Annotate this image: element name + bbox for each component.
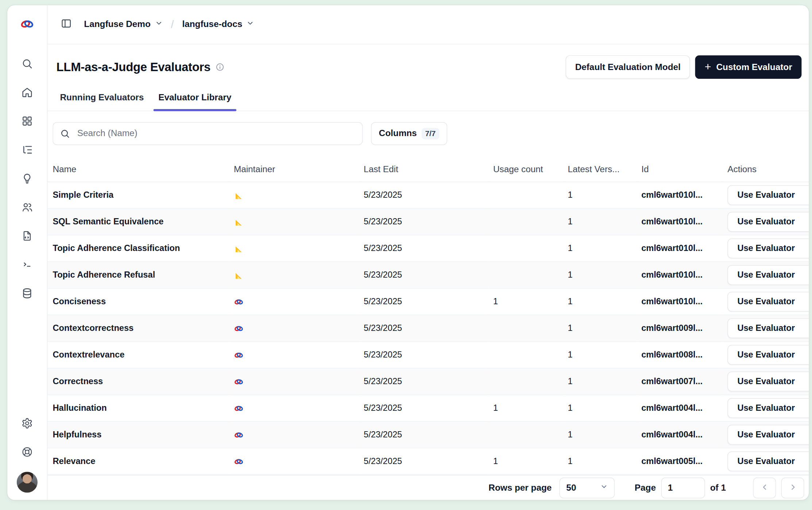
langfuse-icon [234,430,244,440]
usage-count: 1 [493,403,498,412]
columns-button[interactable]: Columns 7/7 [371,122,447,145]
table-row[interactable]: Contextcorrectness 5/23/2025 1 cml6wart0… [47,315,809,341]
usage-count: 1 [493,297,498,306]
table-row[interactable]: Topic Adherence Refusal 5/23/2025 1 cml6… [47,262,809,288]
column-header-last-edit: Last Edit [360,158,489,181]
sidebar-item-settings[interactable] [17,414,38,434]
search-icon [22,58,33,72]
use-evaluator-button[interactable]: Use Evaluator [727,451,809,471]
use-evaluator-button[interactable]: Use Evaluator [727,345,809,364]
last-edit: 5/23/2025 [364,323,402,333]
sidebar-item-support[interactable] [17,443,38,463]
terminal-icon [22,259,33,273]
chevron-right-icon [788,483,797,493]
ragas-icon [234,243,244,253]
chevron-down-icon [155,19,162,30]
sidebar-item-evaluation[interactable] [17,169,38,190]
latest-version: 1 [568,429,572,439]
evaluator-id: cml6wart005l... [641,456,703,465]
sidebar-item-prompts[interactable] [17,227,38,247]
page-number-input[interactable] [661,478,705,498]
last-edit: 5/23/2025 [364,297,402,306]
use-evaluator-button[interactable]: Use Evaluator [727,425,809,444]
column-header-id: Id [637,158,723,181]
sidebar-item-users[interactable] [17,198,38,219]
custom-evaluator-label: Custom Evaluator [716,62,792,73]
table-row[interactable]: Hallucination 5/23/2025 1 1 cml6wart004l… [47,395,809,421]
table-row[interactable]: Helpfulness 5/23/2025 1 cml6wart004l... … [47,421,809,448]
evaluator-table: Name Maintainer Last Edit Usage count La… [47,158,809,475]
sidebar-toggle-button[interactable] [56,14,77,35]
evaluator-id: cml6wart010l... [641,190,703,200]
list-tree-icon [22,144,33,158]
use-evaluator-button[interactable]: Use Evaluator [727,185,809,205]
table-row[interactable]: Contextrelevance 5/23/2025 1 cml6wart008… [47,341,809,368]
tab-evaluator-library[interactable]: Evaluator Library [153,89,237,111]
latest-version: 1 [568,190,572,200]
page-label: Page [635,483,656,493]
use-evaluator-button[interactable]: Use Evaluator [727,291,809,311]
use-evaluator-button[interactable]: Use Evaluator [727,265,809,285]
plus-icon: + [705,61,711,72]
last-edit: 5/23/2025 [364,376,402,386]
table-row[interactable]: SQL Semantic Equivalence 5/23/2025 1 cml… [47,208,809,235]
sidebar-item-dashboards[interactable] [17,112,38,132]
evaluator-name: Correctness [53,376,103,386]
table-row[interactable]: Conciseness 5/23/2025 1 1 cml6wart010l..… [47,288,809,315]
table-row[interactable]: Correctness 5/23/2025 1 cml6wart007l... … [47,368,809,395]
search-box [53,122,363,145]
use-evaluator-button[interactable]: Use Evaluator [727,318,809,338]
table-row[interactable]: Topic Adherence Classification 5/23/2025… [47,235,809,262]
table-row[interactable]: Simple Criteria 5/23/2025 1 cml6wart010l… [47,182,809,208]
title-actions: Default Evaluation Model + Custom Evalua… [566,55,801,79]
column-header-name: Name [47,158,229,181]
file-icon [22,230,33,244]
latest-version: 1 [568,297,572,306]
chevron-left-icon [760,483,769,493]
evaluator-name: Helpfulness [53,429,101,439]
latest-version: 1 [568,376,572,386]
sidebar-item-home[interactable] [17,83,38,104]
rows-per-page-select[interactable]: 50 [560,478,615,498]
next-page-button[interactable] [781,478,804,498]
evaluator-name: Conciseness [53,297,106,306]
evaluator-name: SQL Semantic Equivalence [53,217,163,226]
use-evaluator-button[interactable]: Use Evaluator [727,212,809,231]
life-buoy-icon [22,446,33,460]
sidebar-item-search[interactable] [17,54,38,75]
rows-per-page-value: 50 [566,483,576,493]
user-avatar[interactable] [17,472,38,492]
default-evaluation-model-button[interactable]: Default Evaluation Model [566,55,690,79]
ragas-icon [234,190,244,200]
evaluator-id: cml6wart010l... [641,243,703,253]
langfuse-icon [234,350,244,360]
use-evaluator-button[interactable]: Use Evaluator [727,238,809,258]
column-header-maintainer: Maintainer [229,158,359,181]
toolbar: Columns 7/7 [47,111,809,158]
sidebar-item-tracing[interactable] [17,140,38,161]
table-header-row: Name Maintainer Last Edit Usage count La… [47,158,809,181]
ragas-icon [234,270,244,280]
search-input[interactable] [53,122,363,145]
app-panel: Langfuse Demo / langfuse-docs LLM-as-a-J… [7,5,809,500]
project-switcher[interactable]: langfuse-docs [178,16,259,33]
org-switcher[interactable]: Langfuse Demo [80,16,167,33]
langfuse-icon [234,376,244,386]
evaluator-id: cml6wart010l... [641,297,703,306]
use-evaluator-button[interactable]: Use Evaluator [727,398,809,418]
custom-evaluator-button[interactable]: + Custom Evaluator [695,55,801,79]
home-icon [22,86,33,100]
info-icon[interactable] [216,63,224,72]
table-row[interactable]: Relevance 5/23/2025 1 1 cml6wart005l... … [47,448,809,474]
sidebar-item-logo[interactable] [17,15,38,35]
sidebar-item-datasets[interactable] [17,284,38,305]
sidebar-item-playground[interactable] [17,255,38,276]
langfuse-icon [234,297,244,306]
tab-running-evaluators[interactable]: Running Evaluators [55,89,149,111]
use-evaluator-button[interactable]: Use Evaluator [727,371,809,391]
evaluator-id: cml6wart010l... [641,270,703,279]
evaluator-name: Relevance [53,456,95,465]
evaluator-name: Topic Adherence Classification [53,243,180,253]
previous-page-button[interactable] [753,478,776,498]
last-edit: 5/23/2025 [364,456,402,465]
